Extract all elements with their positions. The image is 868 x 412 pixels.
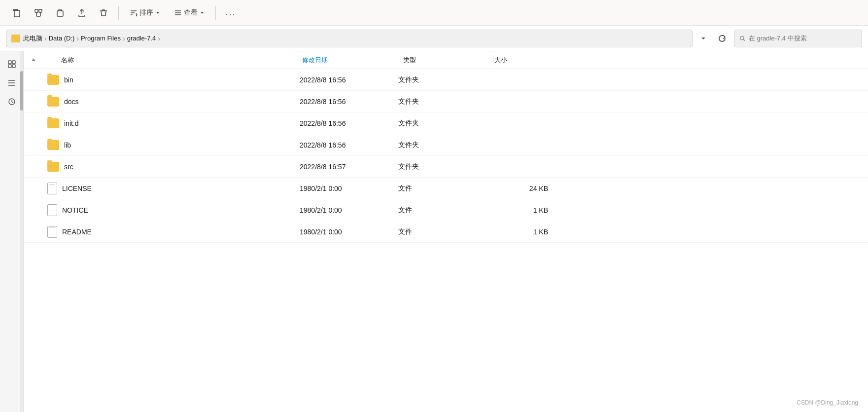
folder-icon xyxy=(47,118,59,128)
sidebar-item-0[interactable] xyxy=(2,55,22,73)
sep-2: › xyxy=(122,35,126,42)
breadcrumb-item-2: Program Files xyxy=(81,35,121,42)
breadcrumb-item-0: 此电脑 xyxy=(23,34,42,43)
file-type: 文件夹 xyxy=(398,162,487,171)
file-date: 1980/2/1 0:00 xyxy=(300,206,398,214)
file-date: 2022/8/8 16:56 xyxy=(300,76,398,84)
toolbar: 排序 查看 ... xyxy=(0,0,868,26)
main-content: 名称 修改日期 类型 大小 bin 2022/8/8 16:56 文件夹 doc… xyxy=(0,51,868,412)
toolbar-separator-1 xyxy=(118,6,119,20)
file-name: README xyxy=(62,228,92,236)
sort-up-arrow[interactable] xyxy=(24,57,43,63)
file-name: lib xyxy=(64,141,71,149)
breadcrumb-item-1: Data (D:) xyxy=(49,35,75,42)
svg-point-4 xyxy=(740,36,744,39)
folder-icon xyxy=(47,97,59,107)
file-name: init.d xyxy=(64,119,79,127)
svg-rect-1 xyxy=(35,9,38,12)
sort-btn[interactable]: 排序 xyxy=(125,6,165,19)
breadcrumb-dropdown-btn[interactable] xyxy=(696,32,710,45)
file-icon xyxy=(47,226,57,238)
search-icon xyxy=(739,35,746,42)
toolbar-separator-2 xyxy=(215,6,216,20)
table-row[interactable]: README 1980/2/1 0:00 文件 1 KB xyxy=(24,221,868,243)
breadcrumb[interactable]: 此电脑 › Data (D:) › Program Files › gradle… xyxy=(6,30,693,47)
table-row[interactable]: lib 2022/8/8 16:56 文件夹 xyxy=(24,134,868,156)
col-header-name[interactable]: 名称 xyxy=(43,56,300,65)
file-type: 文件夹 xyxy=(398,97,487,106)
sep-1: › xyxy=(75,35,80,42)
file-size: 1 KB xyxy=(487,206,556,214)
file-name: src xyxy=(64,163,73,171)
file-icon-cell: bin xyxy=(43,75,300,85)
file-name: NOTICE xyxy=(62,206,88,214)
col-resize-3[interactable] xyxy=(493,55,493,65)
sep-0: › xyxy=(43,35,48,42)
folder-icon xyxy=(47,75,59,85)
file-type: 文件 xyxy=(398,227,487,236)
table-row[interactable]: init.d 2022/8/8 16:56 文件夹 xyxy=(24,112,868,134)
search-box[interactable] xyxy=(734,30,862,47)
file-icon-cell: README xyxy=(43,226,300,238)
col-resize-1[interactable] xyxy=(301,55,301,65)
file-size: 24 KB xyxy=(487,185,556,192)
file-rows-container: bin 2022/8/8 16:56 文件夹 docs 2022/8/8 16:… xyxy=(24,69,868,243)
col-header-type[interactable]: 类型 xyxy=(403,56,492,65)
file-icon xyxy=(47,183,57,194)
table-row[interactable]: src 2022/8/8 16:57 文件夹 xyxy=(24,156,868,178)
file-list: 名称 修改日期 类型 大小 bin 2022/8/8 16:56 文件夹 doc… xyxy=(24,51,868,412)
more-btn[interactable]: ... xyxy=(222,4,240,22)
sidebar-item-1[interactable] xyxy=(2,74,22,92)
file-size: 1 KB xyxy=(487,228,556,236)
file-icon xyxy=(47,204,57,216)
refresh-btn[interactable] xyxy=(714,31,730,46)
svg-rect-3 xyxy=(57,11,63,16)
file-name: LICENSE xyxy=(62,185,92,192)
file-icon-cell: lib xyxy=(43,140,300,150)
delete-btn[interactable] xyxy=(95,4,112,22)
folder-icon xyxy=(47,140,59,150)
file-icon-cell: LICENSE xyxy=(43,183,300,194)
table-row[interactable]: bin 2022/8/8 16:56 文件夹 xyxy=(24,69,868,91)
folder-icon xyxy=(47,162,59,172)
sidebar-scrolltrack xyxy=(20,51,23,412)
table-row[interactable]: NOTICE 1980/2/1 0:00 文件 1 KB xyxy=(24,199,868,221)
breadcrumb-item-3: gradle-7.4 xyxy=(127,35,156,42)
table-row[interactable]: docs 2022/8/8 16:56 文件夹 xyxy=(24,91,868,112)
file-name: docs xyxy=(64,98,79,106)
file-icon-cell: src xyxy=(43,162,300,172)
file-type: 文件 xyxy=(398,184,487,193)
search-input[interactable] xyxy=(749,35,857,42)
table-row[interactable]: LICENSE 1980/2/1 0:00 文件 24 KB xyxy=(24,178,868,199)
view-btn[interactable]: 查看 xyxy=(169,6,209,19)
file-type: 文件 xyxy=(398,206,487,215)
file-date: 2022/8/8 16:56 xyxy=(300,98,398,106)
sidebar-scrollthumb xyxy=(20,71,23,111)
svg-rect-8 xyxy=(12,65,15,68)
share-btn[interactable] xyxy=(73,4,91,22)
file-type: 文件夹 xyxy=(398,141,487,150)
sidebar xyxy=(0,51,24,412)
paste-btn[interactable] xyxy=(51,4,69,22)
svg-rect-5 xyxy=(8,61,11,64)
file-date: 2022/8/8 16:57 xyxy=(300,163,398,171)
file-date: 1980/2/1 0:00 xyxy=(300,185,398,192)
address-bar: 此电脑 › Data (D:) › Program Files › gradle… xyxy=(0,26,868,51)
sidebar-item-2[interactable] xyxy=(2,93,22,111)
file-date: 2022/8/8 16:56 xyxy=(300,141,398,149)
col-resize-2[interactable] xyxy=(402,55,402,65)
file-type: 文件夹 xyxy=(398,75,487,84)
svg-rect-6 xyxy=(12,61,15,64)
file-date: 2022/8/8 16:56 xyxy=(300,119,398,127)
file-icon-cell: docs xyxy=(43,97,300,107)
col-header-size[interactable]: 大小 xyxy=(494,56,563,65)
cut-btn[interactable] xyxy=(30,4,47,22)
col-header-date[interactable]: 修改日期 xyxy=(302,56,401,65)
copy-btn[interactable] xyxy=(8,4,26,22)
watermark: CSDN @Ding_Jiaxiong xyxy=(797,399,858,406)
file-name: bin xyxy=(64,76,73,84)
file-icon-cell: NOTICE xyxy=(43,204,300,216)
file-date: 1980/2/1 0:00 xyxy=(300,228,398,236)
file-type: 文件夹 xyxy=(398,119,487,128)
breadcrumb-folder-icon xyxy=(11,35,20,42)
